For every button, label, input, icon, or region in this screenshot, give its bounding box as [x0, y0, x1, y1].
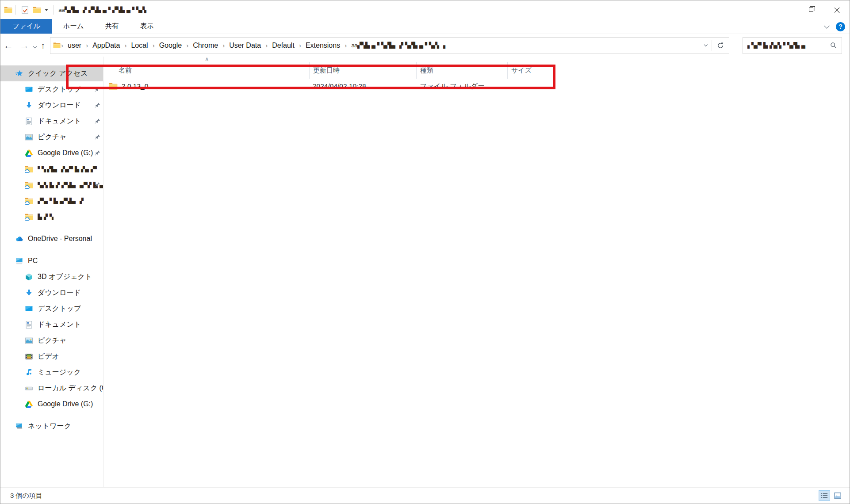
sidebar-item-label: クイック アクセス — [28, 69, 88, 78]
sidebar-item[interactable]: Google Drive (G:) — [0, 396, 103, 412]
breadcrumb-item[interactable]: Default — [268, 42, 299, 50]
gdrive-icon — [25, 400, 33, 409]
ribbon-tab-bar: ファイル ホーム 共有 表示 ? — [0, 19, 850, 34]
refresh-icon[interactable] — [716, 42, 724, 50]
file-name: 2.0.13_0 — [122, 82, 148, 90]
pin-icon — [94, 118, 100, 124]
breadcrumb-item[interactable]: Chrome — [189, 42, 222, 50]
breadcrumb-chevron-icon[interactable]: › — [265, 42, 268, 49]
navigation-pane: クイック アクセスデスクトップダウンロードドキュメントピクチャGoogle Dr… — [0, 57, 103, 487]
sidebar-item-label: ▘▚ ▞▙▖▗▚▞▘▙▗▚▖▞▘ — [38, 166, 99, 172]
sidebar-item[interactable]: デスクトップ — [0, 81, 103, 97]
restore-icon — [809, 8, 813, 12]
sidebar-item[interactable]: OneDrive - Personal — [0, 231, 103, 247]
column-header[interactable]: サイズ — [507, 62, 567, 79]
sidebar-item[interactable]: ドキュメント — [0, 113, 103, 129]
tab-view[interactable]: 表示 — [130, 19, 165, 34]
video-icon — [25, 352, 33, 361]
title-bar: aa▚▞▙▖▗▘▞▚▙▗▖▘▞▚▙▗▖▘▚▞▖ — [0, 0, 850, 19]
search-placeholder: ▖▚▞▘▙▗▚▞▖▘▚▞▙▗▖ — [747, 42, 830, 49]
sidebar-item-label: ローカル ディスク (C:) — [38, 384, 103, 393]
foldercloud-icon — [25, 197, 33, 205]
sidebar-item[interactable]: ▘▚ ▞▙▖▗▚▞▘▙▗▚▖▞▘ — [0, 161, 103, 177]
breadcrumb-chevron-icon[interactable]: › — [344, 42, 347, 49]
up-button[interactable]: ↑ — [38, 41, 48, 50]
sidebar-item[interactable]: ミュージック — [0, 364, 103, 380]
sidebar-item[interactable]: 3D オブジェクト — [0, 269, 103, 285]
close-icon — [834, 7, 840, 13]
sidebar-item-label: ドキュメント — [38, 320, 81, 329]
breadcrumb-chevron-icon[interactable]: › — [152, 42, 155, 49]
breadcrumb-chevron-icon: › — [61, 42, 64, 49]
cube3d-icon — [25, 273, 33, 281]
search-input[interactable]: ▖▚▞▘▙▗▚▞▖▘▚▞▙▗▖ — [743, 37, 842, 54]
qat-new-folder-button[interactable] — [31, 5, 43, 15]
sidebar-item[interactable]: ▚▞▖▙▗▘▞▚▙▖▗▞▚▘▙▗▞▚ — [0, 177, 103, 193]
location-folder-icon — [53, 42, 61, 49]
breadcrumb-item[interactable]: User Data — [225, 42, 265, 50]
sidebar-item[interactable]: ピクチャ — [0, 129, 103, 145]
column-headers: 名前更新日時種類サイズ — [103, 62, 850, 79]
file-rows: 2.0.13_02024/04/02 10:28ファイル フォルダー — [103, 79, 850, 94]
desktop-icon — [25, 305, 33, 313]
collapse-ribbon-chevron-icon[interactable] — [824, 23, 830, 29]
recent-locations-chevron-icon[interactable] — [32, 42, 38, 50]
sidebar-item[interactable]: ドキュメント — [0, 317, 103, 332]
file-name-cell[interactable]: 2.0.13_0 — [103, 82, 309, 91]
address-dropdown-chevron-icon[interactable] — [704, 42, 708, 46]
sort-ascending-icon[interactable]: ∧ — [205, 56, 209, 62]
details-view-button[interactable] — [819, 490, 830, 501]
sidebar-item[interactable]: クイック アクセス — [0, 65, 103, 81]
sidebar-item-label: ピクチャ — [38, 336, 67, 345]
sidebar-item[interactable]: PC — [0, 253, 103, 269]
breadcrumb-chevron-icon[interactable]: › — [186, 42, 189, 49]
sidebar-item[interactable]: Google Drive (G:) — [0, 145, 103, 161]
forward-button[interactable]: → — [16, 41, 32, 50]
help-icon[interactable]: ? — [836, 22, 845, 31]
breadcrumb-chevron-icon[interactable]: › — [222, 42, 225, 49]
onedrive-icon — [15, 235, 23, 243]
sidebar-item-label: Google Drive (G:) — [38, 400, 93, 408]
tab-share[interactable]: 共有 — [95, 19, 130, 34]
column-header[interactable]: 名前 — [103, 62, 309, 79]
sidebar-item[interactable]: ローカル ディスク (C:) — [0, 380, 103, 396]
sidebar-item[interactable]: ピクチャ — [0, 332, 103, 348]
sidebar-item-label: ▚▞▖▙▗▘▞▚▙▖▗▞▚▘▙▗▞▚ — [38, 182, 103, 188]
breadcrumb-item[interactable]: Local — [127, 42, 152, 50]
sidebar-item[interactable]: ビデオ — [0, 348, 103, 364]
sidebar-item[interactable]: ▞▚▖▘▙▗▞▚▙▖▗▘ — [0, 193, 103, 209]
breadcrumb-item[interactable]: AppData — [88, 42, 124, 50]
sidebar-item-label: ビデオ — [38, 352, 59, 361]
breadcrumb-item[interactable]: Extensions — [302, 42, 344, 50]
sidebar-item[interactable]: デスクトップ — [0, 301, 103, 317]
table-row[interactable]: 2.0.13_02024/04/02 10:28ファイル フォルダー — [103, 79, 850, 94]
qat-properties-button[interactable] — [19, 5, 31, 15]
thumbnails-view-button[interactable] — [832, 490, 843, 501]
minimize-button[interactable] — [773, 0, 798, 19]
gdrive-icon — [25, 149, 33, 157]
window-title: aa▚▞▙▖▗▘▞▚▙▗▖▘▞▚▙▗▖▘▚▞▖ — [58, 7, 148, 13]
back-button[interactable]: ← — [0, 41, 16, 50]
customize-dropdown-icon[interactable] — [45, 9, 48, 11]
sidebar-item[interactable]: ネットワーク — [0, 418, 103, 434]
close-button[interactable] — [824, 0, 850, 19]
tab-file[interactable]: ファイル — [0, 19, 52, 34]
address-bar[interactable]: › user›AppData›Local›Google›Chrome›User … — [50, 37, 729, 54]
column-header[interactable]: 種類 — [416, 62, 507, 79]
breadcrumb-item-extension-id[interactable]: aa▞▚▙▗▖▘▚▞▙▖▗▘▚▞▙▗▖▘▚▞▖▗ — [347, 42, 449, 49]
main-area: クイック アクセスデスクトップダウンロードドキュメントピクチャGoogle Dr… — [0, 57, 850, 487]
search-icon[interactable] — [830, 42, 837, 49]
breadcrumb-item[interactable]: Google — [155, 42, 186, 50]
column-header[interactable]: 更新日時 — [309, 62, 416, 79]
breadcrumb-chevron-icon[interactable]: › — [85, 42, 88, 49]
sidebar-item[interactable]: ▙▗▘▚ — [0, 209, 103, 225]
restore-button[interactable] — [798, 0, 824, 19]
breadcrumb-chevron-icon[interactable]: › — [299, 42, 302, 49]
breadcrumb-chevron-icon[interactable]: › — [124, 42, 127, 49]
sidebar-item[interactable]: ダウンロード — [0, 285, 103, 301]
document-icon — [25, 321, 33, 329]
breadcrumb-item[interactable]: user — [64, 42, 85, 50]
tab-home[interactable]: ホーム — [52, 19, 94, 34]
sidebar-item[interactable]: ダウンロード — [0, 97, 103, 113]
download-icon — [25, 289, 33, 297]
